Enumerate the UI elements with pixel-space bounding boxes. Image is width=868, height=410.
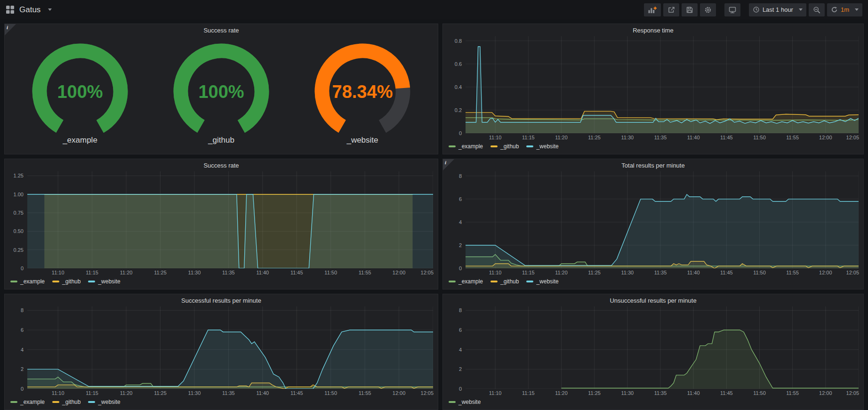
x-axis-label: 11:20 xyxy=(555,135,568,140)
y-axis-label: 4 xyxy=(459,347,462,353)
legend-swatch-icon xyxy=(10,401,17,403)
x-axis-label: 11:35 xyxy=(222,390,235,396)
dashboard-grid: i Success rate 100%_example100%_github78… xyxy=(0,19,868,410)
panel-unsuccessful-results: Unsuccessful results per minute 02468 11… xyxy=(442,294,864,410)
info-icon[interactable]: i xyxy=(443,159,454,170)
legend-item-_website[interactable]: _website xyxy=(526,278,558,285)
y-axis-label: 0.75 xyxy=(14,210,24,216)
settings-button[interactable] xyxy=(700,3,716,16)
x-axis-label: 11:45 xyxy=(720,390,733,396)
legend-item-_github[interactable]: _github xyxy=(52,278,80,285)
panel-title[interactable]: Unsuccessful results per minute xyxy=(448,294,859,306)
x-axis-label: 12:00 xyxy=(393,390,406,396)
y-axis-label: 2 xyxy=(21,366,24,372)
x-axis-label: 11:15 xyxy=(522,135,535,140)
x-axis-label: 11:40 xyxy=(687,270,700,275)
add-panel-button[interactable] xyxy=(644,3,661,16)
x-axis-label: 11:30 xyxy=(188,390,201,396)
x-axis-label: 11:10 xyxy=(489,390,502,396)
legend-series-name: _website xyxy=(536,278,558,285)
panel-title[interactable]: Success rate xyxy=(9,24,433,36)
legend-series-name: _github xyxy=(62,278,80,285)
dashboard-caret-icon[interactable] xyxy=(48,8,52,11)
x-axis-label: 11:35 xyxy=(654,270,667,275)
panel-title[interactable]: Response time xyxy=(448,24,859,36)
x-axis-label: 11:10 xyxy=(52,390,64,396)
dashboard-title[interactable]: Gatus xyxy=(19,5,40,15)
zoom-out-button[interactable] xyxy=(809,3,825,16)
x-axis-label: 11:55 xyxy=(786,135,799,140)
plot-area[interactable] xyxy=(466,36,859,133)
legend-item-_website[interactable]: _website xyxy=(526,143,558,150)
plot-area[interactable] xyxy=(27,306,433,389)
x-axis-label: 12:00 xyxy=(393,270,406,275)
legend-series-name: _example xyxy=(458,143,483,150)
x-axis-label: 11:55 xyxy=(359,270,371,275)
legend-item-_example[interactable]: _example xyxy=(449,278,483,285)
gauge-_website: 78.34%_website xyxy=(292,42,433,145)
legend-series-name: _example xyxy=(458,278,483,285)
x-axis-label: 11:20 xyxy=(120,270,133,275)
panel-success-rate-gauges: i Success rate 100%_example100%_github78… xyxy=(4,24,438,154)
time-range-label: Last 1 hour xyxy=(763,6,793,13)
legend-item-_website[interactable]: _website xyxy=(88,399,120,405)
legend-item-_example[interactable]: _example xyxy=(10,399,45,405)
x-axis-label: 11:40 xyxy=(256,390,269,396)
x-axis-label: 11:15 xyxy=(86,390,98,396)
x-axis-label: 11:50 xyxy=(753,135,766,140)
x-axis-label: 11:35 xyxy=(654,390,667,396)
panel-title[interactable]: Success rate xyxy=(9,159,433,171)
legend-item-_website[interactable]: _website xyxy=(88,278,120,285)
zoom-out-icon xyxy=(813,6,820,14)
panel-title[interactable]: Total results per minute xyxy=(448,159,859,171)
save-button[interactable] xyxy=(682,3,698,16)
x-axis-label: 11:15 xyxy=(522,390,535,396)
gear-icon xyxy=(704,6,712,14)
legend-swatch-icon xyxy=(449,281,456,282)
gauge-name-label: _github xyxy=(151,136,292,145)
time-range-button[interactable]: Last 1 hour xyxy=(749,3,806,16)
y-axis-label: 0 xyxy=(21,386,24,392)
time-range-caret-icon xyxy=(799,8,803,11)
x-axis-label: 11:50 xyxy=(324,270,337,275)
legend-series-name: _website xyxy=(98,278,120,285)
legend-series-name: _example xyxy=(20,278,45,285)
plot-area[interactable] xyxy=(466,306,859,389)
refresh-icon xyxy=(831,6,838,13)
legend-series-name: _website xyxy=(98,399,120,405)
y-axis: 02468 xyxy=(448,171,466,268)
legend-item-_example[interactable]: _example xyxy=(449,143,483,150)
y-axis-label: 0.50 xyxy=(14,228,24,234)
y-axis-label: 1.00 xyxy=(14,192,24,197)
refresh-button[interactable]: 1m xyxy=(827,3,862,16)
legend: _example_github_website xyxy=(448,277,859,286)
x-axis-label: 11:35 xyxy=(654,135,667,140)
x-axis-label: 11:45 xyxy=(290,390,303,396)
share-button[interactable] xyxy=(663,3,679,16)
y-axis-label: 1.25 xyxy=(14,173,24,178)
plot-area[interactable] xyxy=(27,171,433,268)
legend-item-_github[interactable]: _github xyxy=(52,399,80,405)
share-icon xyxy=(667,6,675,14)
legend-swatch-icon xyxy=(526,281,533,282)
x-axis-label: 11:20 xyxy=(120,390,133,396)
panel-title[interactable]: Successful results per minute xyxy=(9,294,433,306)
y-axis-label: 4 xyxy=(21,347,24,353)
plot-area[interactable] xyxy=(466,171,859,268)
x-axis-label: 11:20 xyxy=(555,390,568,396)
legend-item-_github[interactable]: _github xyxy=(490,278,519,285)
info-icon[interactable]: i xyxy=(5,24,16,35)
y-axis-label: 4 xyxy=(459,219,462,225)
y-axis-label: 0.2 xyxy=(455,107,462,113)
grafana-menu-icon[interactable] xyxy=(6,5,15,14)
x-axis-label: 11:15 xyxy=(86,270,98,275)
gauge-_github: 100%_github xyxy=(151,42,292,145)
legend-swatch-icon xyxy=(526,145,533,147)
refresh-interval-label: 1m xyxy=(841,6,849,13)
legend: _website xyxy=(448,397,859,407)
monitor-icon xyxy=(729,6,736,14)
legend-item-_example[interactable]: _example xyxy=(10,278,45,285)
legend-item-_github[interactable]: _github xyxy=(490,143,519,150)
tv-mode-button[interactable] xyxy=(724,3,740,16)
legend-item-_website[interactable]: _website xyxy=(449,399,481,405)
